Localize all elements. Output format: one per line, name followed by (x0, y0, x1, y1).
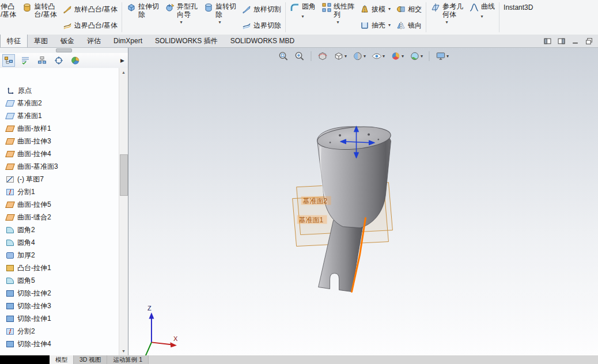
lofted-boss-icon (63, 5, 72, 14)
model-tab[interactable]: 模型 (50, 355, 74, 364)
cut-extrude-icon (6, 341, 14, 347)
reference-geometry-label2: 何体 (442, 10, 463, 18)
tree-item[interactable]: 曲面-拉伸4 (0, 147, 119, 160)
lofted-boss-button[interactable]: 放样凸台/基体 (63, 5, 118, 14)
tree-item[interactable]: 圆角2 (0, 223, 119, 236)
tree-item[interactable]: 曲面-基准面3 (0, 160, 119, 173)
tree-item[interactable]: 凸台-拉伸1 (0, 261, 119, 274)
revolved-boss-icon (22, 2, 32, 13)
3d-views-tab[interactable]: 3D 视图 (74, 355, 107, 364)
curve-button[interactable]: 曲线 ▾ (466, 0, 498, 35)
tab-sheet-metal[interactable]: 钣金 (54, 35, 81, 47)
tree-item[interactable]: 原点 (0, 84, 119, 97)
boundary-cut-button[interactable]: 边界切除 (242, 21, 281, 30)
tab-sketch[interactable]: 草图 (28, 35, 54, 47)
tree-item[interactable]: 切除-拉伸2 (0, 287, 119, 299)
instant3d-button[interactable]: Instant3D (501, 0, 536, 35)
tree-item[interactable]: 基准面1 (0, 109, 119, 122)
revolved-cut-label2: 除 (215, 10, 236, 18)
tree-item[interactable]: 圆角4 (0, 236, 119, 249)
tree-item[interactable]: 曲面-放样1 (0, 122, 119, 135)
tree-item[interactable]: 基准面2 (0, 97, 119, 109)
tree-scrollbar[interactable]: ▲ ▼ (119, 68, 128, 355)
boss-extrude-icon (6, 265, 14, 271)
lofted-cut-button[interactable]: 放样切割 (242, 5, 281, 14)
boundary-boss-label: 边界凸台/基体 (74, 21, 118, 30)
mirror-icon (396, 21, 406, 30)
scrollbar-thumb[interactable] (120, 154, 128, 196)
graphics-area[interactable]: 基准面2 基准面1 Z X (128, 48, 598, 355)
minimize-window-icon[interactable] (571, 37, 579, 45)
motion-study-tab[interactable]: 运动算例 1 (107, 355, 149, 364)
draft-button[interactable]: 拔模 ▾ (360, 5, 391, 14)
tab-solidworks-mbd[interactable]: SOLIDWORKS MBD (224, 35, 301, 47)
tab-evaluate[interactable]: 评估 (81, 35, 107, 47)
features-ribbon: 伸凸 /基体 旋转凸 台/基体 放样凸台/基体 边界凸台/基体 (0, 0, 598, 35)
mirror-button[interactable]: 镜向 (396, 21, 422, 30)
tab-solidworks-addins[interactable]: SOLIDWORKS 插件 (149, 35, 224, 47)
tree-item[interactable]: 分割1 (0, 185, 119, 198)
pane-right-icon[interactable] (558, 37, 565, 45)
propertymanager-tab-icon[interactable] (19, 54, 32, 67)
chevron-down-icon: ▾ (481, 14, 483, 20)
dimxpertmanager-tab-icon[interactable] (52, 54, 65, 67)
feature-manager-panel: ▶ 原点 基准面2 基准面1 曲面-放样1 曲面-拉伸3 曲面-拉伸4 曲面-基… (0, 48, 128, 355)
chevron-down-icon: ▾ (446, 20, 448, 25)
restore-window-icon[interactable] (585, 37, 593, 45)
boundary-boss-button[interactable]: 边界凸台/基体 (63, 21, 118, 30)
solidworks-window: 伸凸 /基体 旋转凸 台/基体 放样凸台/基体 边界凸台/基体 (0, 0, 598, 364)
tab-dimxpert[interactable]: DimXpert (107, 35, 149, 47)
draft-icon (360, 5, 369, 14)
configurationmanager-tab-icon[interactable] (36, 54, 48, 67)
tree-item[interactable]: 曲面-拉伸3 (0, 135, 119, 147)
reference-geometry-button[interactable]: 参考几 何体 ▾ (427, 0, 466, 35)
boundary-cut-icon (242, 21, 251, 30)
tree-item[interactable]: 圆角5 (0, 274, 119, 287)
hole-wizard-label2: 向导 (177, 10, 198, 18)
tree-item[interactable]: 切除-拉伸3 (0, 299, 119, 312)
shell-label: 抽壳 (372, 21, 385, 30)
tree-item[interactable]: 曲面-拉伸5 (0, 198, 119, 211)
featuremanager-tab-icon[interactable] (2, 54, 15, 67)
plane-label-2[interactable]: 基准面2 (301, 196, 331, 205)
revolved-boss-label: 旋转凸 (34, 2, 56, 10)
status-bar-filler (149, 355, 598, 364)
tab-features[interactable]: 特征 (0, 35, 28, 47)
tree-item[interactable]: (-) 草图7 (0, 173, 119, 185)
shell-button[interactable]: 抽壳 ▾ (360, 21, 391, 30)
fillet-button[interactable]: 圆角 ▾ (287, 0, 319, 35)
pane-left-icon[interactable] (544, 37, 551, 45)
plane-label-1[interactable]: 基准面1 (297, 215, 327, 224)
tree-item[interactable]: 曲面-缝合2 (0, 211, 119, 223)
panel-resize-grip[interactable] (0, 48, 128, 53)
scroll-up-icon[interactable]: ▲ (119, 68, 128, 77)
ribbon-separator (426, 2, 426, 32)
displaymanager-tab-icon[interactable] (69, 54, 82, 67)
panel-expand-chevron-icon[interactable]: ▶ (120, 58, 126, 63)
graphics-viewport[interactable]: ▾ ▾ ▾ ▾ ▾ ▾ (128, 48, 598, 355)
extruded-boss-button[interactable]: 伸凸 /基体 (0, 0, 19, 35)
feature-tree: 原点 基准面2 基准面1 曲面-放样1 曲面-拉伸3 曲面-拉伸4 曲面-基准面… (0, 68, 119, 355)
tree-item[interactable]: 切除-拉伸4 (0, 338, 119, 350)
shell-icon (360, 21, 369, 30)
tree-item[interactable]: 切除-拉伸1 (0, 312, 119, 325)
hole-wizard-icon (165, 2, 175, 13)
hole-wizard-button[interactable]: 异型孔 向导 ▾ (162, 0, 200, 35)
revolved-cut-label: 旋转切 (215, 2, 236, 10)
surface-loft-icon (5, 126, 15, 132)
linear-pattern-button[interactable]: 线性阵 列 ▾ (319, 0, 357, 35)
reference-geometry-icon (430, 2, 441, 13)
scroll-down-icon[interactable]: ▼ (119, 347, 128, 355)
chevron-down-icon: ▾ (337, 20, 339, 25)
extruded-cut-button[interactable]: 拉伸切 除 (123, 0, 162, 35)
lofted-cut-icon (242, 5, 251, 14)
tree-item[interactable]: 分割2 (0, 325, 119, 338)
intersect-button[interactable]: 相交 (396, 5, 422, 14)
instant3d-label: Instant3D (504, 3, 533, 12)
chevron-down-icon: ▾ (219, 20, 221, 25)
surface-extrude-icon (5, 138, 15, 145)
revolved-cut-button[interactable]: 旋转切 除 ▾ (200, 0, 239, 35)
revolved-boss-button[interactable]: 旋转凸 台/基体 (19, 0, 59, 35)
tree-item[interactable]: 加厚2 (0, 249, 119, 261)
manager-tab-bar: ▶ (0, 53, 128, 69)
